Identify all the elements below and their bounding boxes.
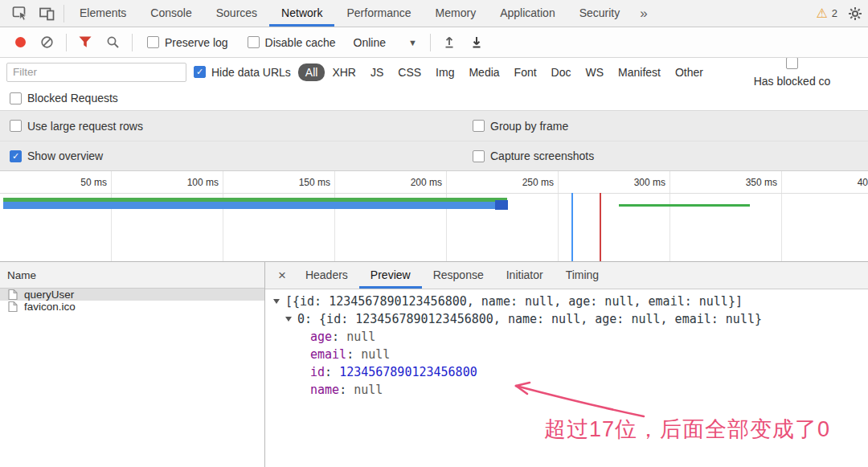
use-large-request-rows-label: Use large request rows	[27, 120, 143, 133]
resource-type-label: Doc	[551, 66, 571, 79]
property-key: email	[310, 347, 346, 362]
devtools-tab[interactable]: Application	[488, 0, 567, 27]
detail-tab[interactable]: Timing	[555, 262, 611, 289]
devtools-tab-label: Elements	[80, 6, 126, 19]
funnel-icon	[79, 36, 92, 48]
network-options: Use large request rows Group by frame ✓ …	[0, 110, 868, 171]
devtools-tab[interactable]: Elements	[68, 0, 138, 27]
timeline-tick: 150 ms	[223, 171, 335, 261]
hide-data-urls-checkbox[interactable]: ✓ Hide data URLs	[194, 66, 291, 79]
resource-type-label: Media	[469, 66, 499, 79]
disable-cache-checkbox[interactable]: Disable cache	[248, 36, 336, 49]
preview-property-row[interactable]: age: null	[265, 328, 868, 346]
detail-tab[interactable]: Initiator	[495, 262, 555, 289]
property-value: null	[346, 330, 375, 344]
blocked-requests-checkbox[interactable]: Blocked Requests	[10, 92, 118, 104]
resource-type-filter[interactable]: Doc	[544, 63, 579, 81]
resource-type-filter[interactable]: XHR	[325, 63, 363, 81]
resource-type-filter[interactable]: Img	[428, 63, 461, 81]
preview-item-row[interactable]: 0: {id: 1234567890123456800, name: null,…	[265, 310, 868, 328]
devtools-tab-label: Network	[281, 6, 322, 19]
show-overview-checkbox[interactable]: ✓ Show overview	[10, 150, 473, 162]
request-detail-panel: × Headers Preview Response Initiator Tim…	[265, 262, 868, 467]
capture-screenshots-checkbox[interactable]: Capture screenshots	[473, 150, 594, 162]
export-har-button[interactable]	[465, 27, 489, 57]
preserve-log-checkbox[interactable]: Preserve log	[147, 36, 228, 49]
preview-property-row[interactable]: id: 1234567890123456800	[265, 363, 868, 381]
warning-count: 2	[832, 7, 837, 19]
expand-triangle-icon[interactable]	[285, 317, 292, 322]
timeline-tick: 300 ms	[559, 171, 670, 261]
preview-properties: age: null email: null id: 12345678901234…	[265, 328, 868, 399]
settings-button[interactable]	[842, 0, 868, 27]
options-row: ✓ Show overview Capture screenshots	[0, 141, 868, 170]
devtools-tab[interactable]: Security	[567, 0, 633, 27]
detail-tab[interactable]: Preview	[359, 262, 422, 289]
record-icon	[15, 37, 26, 47]
detail-tab[interactable]: Headers	[294, 262, 359, 289]
resource-type-filter[interactable]: CSS	[391, 63, 428, 81]
checkbox-checked: ✓	[194, 66, 206, 78]
search-button[interactable]	[100, 27, 125, 57]
resource-type-filter[interactable]: Media	[461, 63, 506, 81]
device-toolbar-button[interactable]	[34, 0, 60, 27]
timeline-tick-label: 50 ms	[0, 171, 111, 188]
devtools-tab[interactable]: Console	[138, 0, 203, 27]
devtools-tab[interactable]: Memory	[424, 0, 489, 27]
main-tabs: Elements Console Sources Network Perform…	[68, 0, 632, 27]
devtools-tab-label: Sources	[216, 6, 257, 19]
network-overview[interactable]: 50 ms 100 ms 150 ms 200 ms 250 ms 300 ms…	[0, 171, 868, 261]
detail-tab-label: Preview	[371, 268, 411, 281]
overview-waterfall-bar-blue	[3, 202, 496, 209]
preview-root-row[interactable]: [{id: 1234567890123456800, name: null, a…	[265, 293, 868, 310]
expand-triangle-icon[interactable]	[273, 299, 280, 304]
warning-indicator[interactable]: ⚠ 2	[811, 7, 842, 20]
resource-type-filter[interactable]: Other	[668, 63, 710, 81]
gear-icon	[848, 6, 862, 21]
more-tabs-button[interactable]: »	[632, 0, 655, 27]
overview-request-bar-green	[619, 204, 750, 207]
import-har-button[interactable]	[437, 27, 461, 57]
devtools-tab[interactable]: Sources	[204, 0, 269, 27]
filter-input[interactable]	[6, 63, 186, 82]
resource-type-label: Manifest	[618, 66, 661, 79]
checkbox-unchecked	[786, 58, 798, 69]
property-value: null	[361, 347, 390, 362]
preview-property-row[interactable]: name: null	[265, 381, 868, 399]
resource-type-label: Other	[675, 66, 703, 79]
devtools-tab-label: Security	[579, 6, 620, 19]
request-row[interactable]: queryUser	[0, 289, 264, 301]
inspect-element-button[interactable]	[6, 0, 34, 27]
request-row[interactable]: favicon.ico	[0, 301, 264, 313]
detail-tab[interactable]: Response	[422, 262, 495, 289]
network-toolbar: Preserve log Disable cache Online ▼	[0, 27, 868, 58]
checkbox-unchecked	[473, 120, 485, 132]
close-detail-button[interactable]: ×	[270, 262, 294, 289]
timeline-tick-label: 350 ms	[670, 171, 781, 188]
devtools-tab[interactable]: Network	[269, 0, 334, 27]
checkbox-unchecked	[10, 120, 22, 132]
group-by-frame-checkbox[interactable]: Group by frame	[473, 120, 568, 133]
resource-type-filter[interactable]: JS	[363, 63, 391, 81]
checkbox-checked: ✓	[10, 150, 22, 162]
preview-property-row[interactable]: email: null	[265, 346, 868, 363]
resource-type-filter[interactable]: WS	[579, 63, 612, 81]
has-blocked-cookies-checkbox[interactable]: Has blocked co	[718, 58, 866, 86]
property-colon: :	[339, 383, 354, 397]
resource-type-filter[interactable]: All	[298, 63, 326, 81]
record-button[interactable]	[10, 27, 31, 57]
clear-button[interactable]	[35, 27, 59, 57]
timeline-tick-label: 200 ms	[335, 171, 446, 188]
detail-tab-label: Response	[433, 268, 484, 281]
resource-type-filter[interactable]: Font	[507, 63, 544, 81]
resource-type-filter[interactable]: Manifest	[611, 63, 668, 81]
name-column-header[interactable]: Name	[0, 262, 264, 289]
checkbox-unchecked	[10, 92, 22, 104]
filter-toggle-button[interactable]	[73, 27, 97, 57]
overview-waterfall-bar-end	[495, 200, 508, 210]
chevron-down-icon: ▼	[408, 38, 417, 47]
devtools-tab[interactable]: Performance	[334, 0, 423, 27]
use-large-request-rows-checkbox[interactable]: Use large request rows	[10, 120, 473, 133]
timeline-tick-label: 400 ms	[782, 171, 868, 188]
throttling-dropdown[interactable]: Online ▼	[347, 36, 424, 49]
